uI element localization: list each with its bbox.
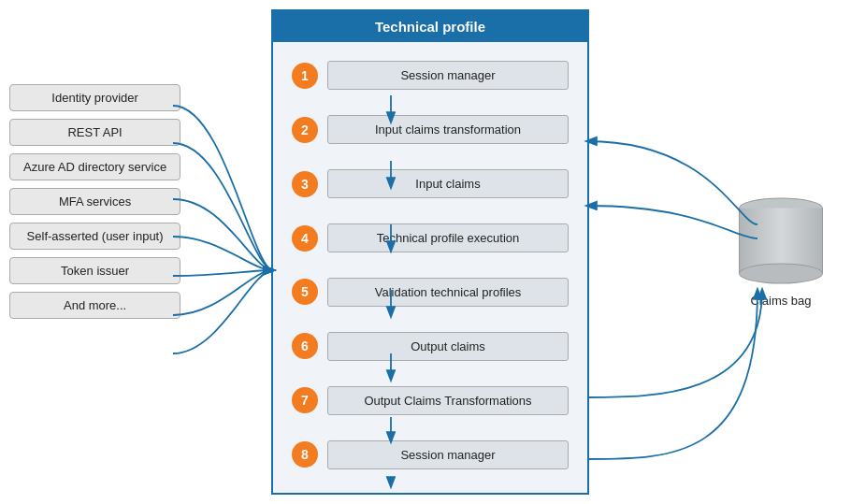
tech-panel-header: Technical profile bbox=[273, 11, 587, 42]
step-row-3: 3 Input claims bbox=[292, 169, 569, 198]
step-box-4: Technical profile execution bbox=[327, 223, 569, 252]
left-box-rest-api: REST API bbox=[9, 119, 180, 146]
step-box-7: Output Claims Transformations bbox=[327, 386, 569, 415]
left-box-mfa-services: MFA services bbox=[9, 188, 180, 215]
step-box-8: Session manager bbox=[327, 440, 569, 469]
step-num-7: 7 bbox=[292, 387, 318, 413]
tech-panel-body: 1 Session manager 2 Input claims transfo… bbox=[273, 42, 587, 488]
diagram: Identity provider REST API Azure AD dire… bbox=[0, 0, 851, 504]
claims-bag: Claims bag bbox=[739, 197, 823, 307]
step-num-6: 6 bbox=[292, 333, 318, 359]
claims-bag-label: Claims bag bbox=[750, 293, 811, 307]
cylinder bbox=[739, 197, 823, 283]
step-num-1: 1 bbox=[292, 63, 318, 89]
cylinder-bottom bbox=[739, 263, 823, 283]
left-box-and-more: And more... bbox=[9, 292, 180, 319]
step-num-2: 2 bbox=[292, 117, 318, 143]
step-num-3: 3 bbox=[292, 171, 318, 197]
step-row-1: 1 Session manager bbox=[292, 61, 569, 90]
step-num-8: 8 bbox=[292, 441, 318, 468]
technical-profile-panel: Technical profile 1 Session manager 2 In… bbox=[271, 9, 589, 495]
left-boxes-container: Identity provider REST API Azure AD dire… bbox=[9, 84, 180, 319]
step-row-4: 4 Technical profile execution bbox=[292, 223, 569, 252]
left-box-identity-provider: Identity provider bbox=[9, 84, 180, 111]
step-row-5: 5 Validation technical profiles bbox=[292, 278, 569, 307]
step-row-7: 7 Output Claims Transformations bbox=[292, 386, 569, 415]
left-box-self-asserted: Self-asserted (user input) bbox=[9, 223, 180, 250]
step-box-2: Input claims transformation bbox=[327, 115, 569, 144]
step-box-3: Input claims bbox=[327, 169, 569, 198]
left-box-azure-ad: Azure AD directory service bbox=[9, 153, 180, 180]
step-num-4: 4 bbox=[292, 225, 318, 252]
step-row-8: 8 Session manager bbox=[292, 440, 569, 469]
step-box-1: Session manager bbox=[327, 61, 569, 90]
step-box-6: Output claims bbox=[327, 332, 569, 361]
step-row-2: 2 Input claims transformation bbox=[292, 115, 569, 144]
step-box-5: Validation technical profiles bbox=[327, 278, 569, 307]
step-row-6: 6 Output claims bbox=[292, 332, 569, 361]
step-num-5: 5 bbox=[292, 279, 318, 305]
left-box-token-issuer: Token issuer bbox=[9, 257, 180, 284]
